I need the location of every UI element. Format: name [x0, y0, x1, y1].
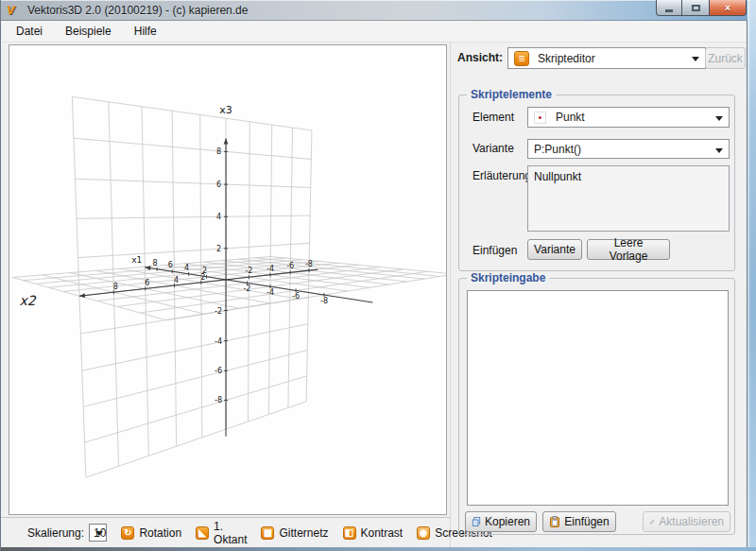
skalierung-label: Skalierung:: [27, 526, 84, 540]
svg-text:8: 8: [216, 147, 221, 156]
contrast-icon: ◧: [343, 526, 356, 540]
variante-value: P:Punkt(): [534, 143, 581, 156]
tool-oktant[interactable]: ◣ 1. Oktant: [196, 520, 247, 546]
zurueck-button[interactable]: Zurück: [705, 47, 746, 69]
svg-text:2: 2: [200, 273, 205, 282]
svg-text:-8: -8: [320, 297, 328, 305]
svg-text:-2: -2: [215, 307, 222, 316]
menubar: Datei Beispiele Hilfe: [2, 21, 747, 43]
titlebar[interactable]: V Vektoris3D 2.0 (20100219) - (c) kapier…: [1, 0, 756, 21]
menu-beispiele[interactable]: Beispiele: [55, 22, 122, 41]
svg-text:6: 6: [216, 181, 221, 189]
svg-text:6: 6: [145, 279, 149, 287]
bottom-toolbar: Skalierung: 10 ↻ Rotation ◣ 1. Oktant ▦ …: [1, 517, 450, 547]
window-bottom-edge[interactable]: [1, 547, 756, 551]
skripteingabe-group: Skripteingabe Kopieren Einfügen: [458, 278, 735, 535]
svg-text:4: 4: [216, 213, 221, 221]
tool-kontrast[interactable]: ◧ Kontrast: [343, 526, 404, 540]
svg-text:-4: -4: [266, 288, 274, 297]
paste-icon: [549, 516, 560, 527]
leere-vorlage-button[interactable]: Leere Vorlage: [587, 239, 670, 260]
svg-text:8: 8: [153, 259, 158, 267]
coordinate-system-canvas[interactable]: 222444666888-2-2-2-4-4-4-6-6-6-8-8-8x1x2…: [9, 45, 446, 514]
point-icon: •: [534, 112, 546, 124]
rotation-icon: ↻: [121, 526, 134, 540]
skripteingabe-title: Skripteingabe: [467, 271, 549, 284]
menu-datei[interactable]: Datei: [6, 22, 53, 41]
maximize-icon: [692, 5, 700, 11]
tool-rotation[interactable]: ↻ Rotation: [121, 526, 181, 540]
svg-text:-2: -2: [243, 284, 250, 293]
menu-hilfe[interactable]: Hilfe: [124, 22, 167, 41]
svg-text:-4: -4: [215, 337, 222, 346]
chevron-down-icon: [95, 531, 103, 536]
editor-panel: Ansicht: ≡ Skripteditor Zurück Skriptele…: [453, 43, 747, 547]
window-glass-edge[interactable]: [747, 0, 756, 551]
chevron-down-icon: [692, 57, 699, 61]
minimize-icon: [665, 9, 673, 12]
app-logo-icon: V: [7, 4, 22, 17]
svg-text:-6: -6: [286, 262, 294, 270]
erlaeuterung-box: Nullpunkt: [527, 165, 730, 232]
svg-text:x1: x1: [131, 255, 142, 265]
element-label: Element: [472, 111, 514, 124]
svg-text:x3: x3: [219, 104, 232, 116]
svg-text:-2: -2: [245, 267, 252, 275]
screenshot-icon: ◉: [417, 526, 430, 540]
einfuegen-label: Einfügen: [472, 244, 517, 257]
column-separator: [450, 43, 451, 547]
chevron-down-icon: [715, 116, 723, 121]
svg-text:4: 4: [184, 264, 189, 272]
ansicht-label: Ansicht:: [457, 51, 503, 64]
script-input[interactable]: [467, 290, 729, 506]
skriptelemente-group: Skriptelemente Element • Punkt Variante …: [458, 95, 735, 271]
close-icon: ×: [725, 2, 730, 13]
window-title: Vektoris3D 2.0 (20100219) - (c) kapieren…: [27, 4, 248, 17]
kopieren-button[interactable]: Kopieren: [465, 511, 537, 532]
grid-icon: ▦: [261, 526, 274, 540]
script-list-icon: ≡: [514, 51, 529, 66]
svg-text:x2: x2: [20, 293, 37, 308]
copy-icon: [472, 516, 481, 527]
svg-text:-4: -4: [266, 265, 274, 273]
einfuegen-button[interactable]: Einfügen: [542, 511, 616, 532]
variante-label: Variante: [472, 142, 514, 155]
maximize-button[interactable]: [682, 0, 709, 16]
svg-text:2: 2: [216, 245, 221, 253]
svg-text:8: 8: [113, 283, 118, 291]
erlaeuterung-label: Erläuterung: [472, 169, 531, 182]
svg-text:6: 6: [168, 261, 173, 269]
minimize-button[interactable]: [656, 0, 682, 16]
svg-text:-8: -8: [215, 396, 222, 405]
pencil-icon: [649, 516, 655, 527]
tool-gitternetz[interactable]: ▦ Gitternetz: [261, 526, 328, 540]
ansicht-select[interactable]: ≡ Skripteditor: [507, 47, 706, 69]
aktualisieren-button[interactable]: Aktualisieren: [643, 511, 730, 532]
app-window: V Vektoris3D 2.0 (20100219) - (c) kapier…: [0, 0, 756, 551]
window-controls: ×: [656, 0, 747, 16]
svg-text:4: 4: [174, 276, 179, 284]
close-button[interactable]: ×: [709, 0, 747, 16]
view3d-panel[interactable]: 222444666888-2-2-2-4-4-4-6-6-6-8-8-8x1x2…: [9, 44, 447, 515]
element-value: Punkt: [556, 111, 585, 124]
variante-select[interactable]: P:Punkt(): [527, 139, 730, 159]
chevron-down-icon: [715, 148, 723, 153]
variante-button[interactable]: Variante: [527, 239, 582, 260]
ansicht-value: Skripteditor: [538, 52, 595, 65]
element-select[interactable]: • Punkt: [527, 107, 730, 128]
svg-text:-6: -6: [292, 292, 300, 301]
octant-icon: ◣: [196, 526, 209, 540]
svg-text:-6: -6: [215, 367, 222, 375]
skriptelemente-title: Skriptelemente: [467, 88, 556, 101]
ansicht-row: Ansicht: ≡ Skripteditor Zurück: [453, 43, 747, 75]
svg-text:-8: -8: [305, 260, 313, 268]
skalierung-select[interactable]: 10: [89, 524, 107, 542]
